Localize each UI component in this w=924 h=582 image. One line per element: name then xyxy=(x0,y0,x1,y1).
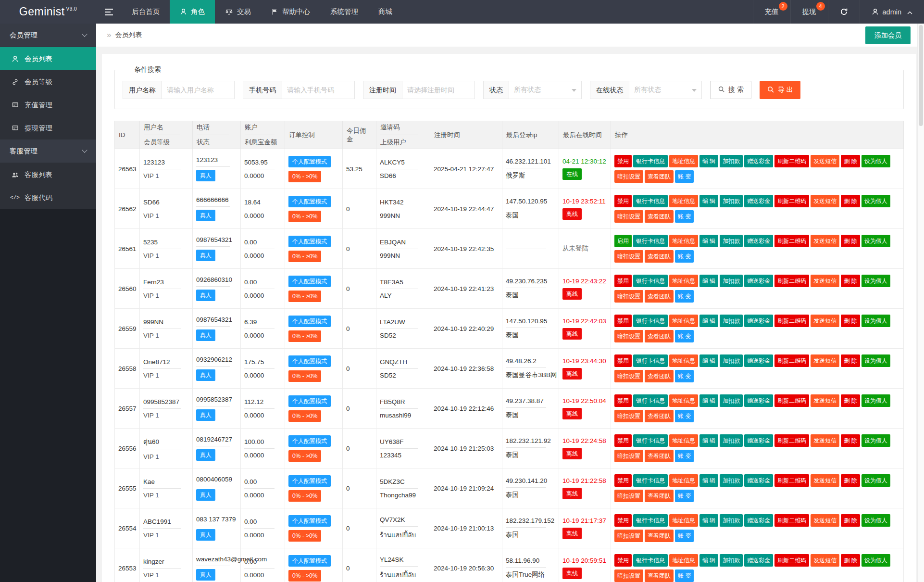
action-button-5[interactable]: 加扣款 xyxy=(720,354,743,367)
action-button-9[interactable]: 删 除 xyxy=(841,554,860,567)
action-button-8[interactable]: 发送短信 xyxy=(811,155,839,167)
action-button-4[interactable]: 编 辑 xyxy=(699,195,718,207)
action-button-10[interactable]: 设为假人 xyxy=(862,275,890,287)
action-button-9[interactable]: 删 除 xyxy=(841,195,860,207)
action-button-2-3[interactable]: 账 变 xyxy=(675,250,694,263)
nav-item-4[interactable]: 帮助中心 xyxy=(261,0,320,24)
action-button-7[interactable]: 刷新二维码 xyxy=(774,195,809,207)
action-button-6[interactable]: 赠送彩金 xyxy=(744,394,773,407)
action-button-9[interactable]: 删 除 xyxy=(841,514,860,527)
action-button-7[interactable]: 刷新二维码 xyxy=(774,235,809,247)
action-button-8[interactable]: 发送短信 xyxy=(811,195,839,207)
action-button-5[interactable]: 加扣款 xyxy=(720,155,743,167)
disable-button[interactable]: 禁用 xyxy=(614,474,632,487)
action-button-4[interactable]: 编 辑 xyxy=(699,155,718,167)
disable-button[interactable]: 禁用 xyxy=(614,434,632,447)
action-button-2[interactable]: 银行卡信息 xyxy=(633,235,668,247)
action-button-2-3[interactable]: 账 变 xyxy=(675,170,694,183)
sidebar-item-2-2[interactable]: </> 客服代码 xyxy=(0,186,96,209)
action-button-3[interactable]: 地址信息 xyxy=(669,354,698,367)
action-button-7[interactable]: 刷新二维码 xyxy=(774,315,809,327)
action-button-4[interactable]: 编 辑 xyxy=(699,554,718,567)
action-button-6[interactable]: 赠送彩金 xyxy=(744,235,773,247)
filter-select[interactable]: 所有状态 xyxy=(509,81,582,99)
action-button-2-1[interactable]: 暗扣设置 xyxy=(614,490,643,502)
action-button-3[interactable]: 地址信息 xyxy=(669,195,698,207)
action-button-2[interactable]: 银行卡信息 xyxy=(633,315,668,327)
action-button-3[interactable]: 地址信息 xyxy=(669,474,698,487)
action-button-4[interactable]: 编 辑 xyxy=(699,275,718,287)
action-button-7[interactable]: 刷新二维码 xyxy=(774,434,809,447)
action-button-7[interactable]: 刷新二维码 xyxy=(774,155,809,167)
action-button-3[interactable]: 地址信息 xyxy=(669,235,698,247)
action-button-3[interactable]: 地址信息 xyxy=(669,434,698,447)
action-button-10[interactable]: 设为假人 xyxy=(862,554,890,567)
search-button[interactable]: 搜 索 xyxy=(710,81,751,99)
action-button-8[interactable]: 发送短信 xyxy=(811,554,839,567)
action-button-4[interactable]: 编 辑 xyxy=(699,315,718,327)
refresh-button[interactable] xyxy=(828,0,860,24)
action-button-2-3[interactable]: 账 变 xyxy=(675,210,694,223)
action-button-6[interactable]: 赠送彩金 xyxy=(744,434,773,447)
action-button-10[interactable]: 设为假人 xyxy=(862,354,890,367)
admin-menu[interactable]: admin xyxy=(860,0,924,24)
action-button-7[interactable]: 刷新二维码 xyxy=(774,354,809,367)
action-button-2-3[interactable]: 账 变 xyxy=(675,370,694,382)
action-button-9[interactable]: 删 除 xyxy=(841,474,860,487)
action-button-6[interactable]: 赠送彩金 xyxy=(744,354,773,367)
action-button-10[interactable]: 设为假人 xyxy=(862,394,890,407)
action-button-8[interactable]: 发送短信 xyxy=(811,474,839,487)
sidebar-group-2[interactable]: 客服管理 xyxy=(0,139,96,163)
nav-item-5[interactable]: 系统管理 xyxy=(320,0,368,24)
disable-button[interactable]: 禁用 xyxy=(614,155,632,167)
action-button-2[interactable]: 银行卡信息 xyxy=(633,275,668,287)
withdraw-button[interactable]: 提现 4 xyxy=(790,0,828,24)
sidebar-item-1-3[interactable]: 充值管理 xyxy=(0,93,96,116)
action-button-2-3[interactable]: 账 变 xyxy=(675,410,694,422)
sidebar-item-2-1[interactable]: 客服列表 xyxy=(0,163,96,186)
action-button-6[interactable]: 赠送彩金 xyxy=(744,514,773,527)
nav-item-1[interactable]: 后台首页 xyxy=(122,0,170,24)
action-button-2-1[interactable]: 暗扣设置 xyxy=(614,370,643,382)
action-button-9[interactable]: 删 除 xyxy=(841,394,860,407)
disable-button[interactable]: 禁用 xyxy=(614,195,632,207)
sidebar-item-1-4[interactable]: 提现管理 xyxy=(0,116,96,139)
action-button-8[interactable]: 发送短信 xyxy=(811,514,839,527)
action-button-4[interactable]: 编 辑 xyxy=(699,394,718,407)
disable-button[interactable]: 禁用 xyxy=(614,315,632,327)
action-button-2[interactable]: 银行卡信息 xyxy=(633,434,668,447)
action-button-3[interactable]: 地址信息 xyxy=(669,315,698,327)
action-button-2-2[interactable]: 查看团队 xyxy=(645,170,674,183)
action-button-5[interactable]: 加扣款 xyxy=(720,275,743,287)
action-button-9[interactable]: 删 除 xyxy=(841,354,860,367)
action-button-6[interactable]: 赠送彩金 xyxy=(744,195,773,207)
action-button-6[interactable]: 赠送彩金 xyxy=(744,155,773,167)
filter-input[interactable] xyxy=(282,81,355,99)
action-button-2-2[interactable]: 查看团队 xyxy=(645,410,674,422)
action-button-2-1[interactable]: 暗扣设置 xyxy=(614,250,643,263)
action-button-9[interactable]: 删 除 xyxy=(841,315,860,327)
action-button-2-3[interactable]: 账 变 xyxy=(675,530,694,542)
action-button-6[interactable]: 赠送彩金 xyxy=(744,474,773,487)
action-button-6[interactable]: 赠送彩金 xyxy=(744,554,773,567)
filter-input[interactable] xyxy=(402,81,475,99)
action-button-2-1[interactable]: 暗扣设置 xyxy=(614,530,643,542)
add-member-button[interactable]: 添加会员 xyxy=(865,26,911,44)
action-button-4[interactable]: 编 辑 xyxy=(699,354,718,367)
action-button-2-3[interactable]: 账 变 xyxy=(675,330,694,342)
action-button-9[interactable]: 删 除 xyxy=(841,434,860,447)
action-button-2-1[interactable]: 暗扣设置 xyxy=(614,290,643,303)
action-button-2[interactable]: 银行卡信息 xyxy=(633,354,668,367)
action-button-10[interactable]: 设为假人 xyxy=(862,155,890,167)
action-button-3[interactable]: 地址信息 xyxy=(669,155,698,167)
recharge-button[interactable]: 充值 2 xyxy=(753,0,790,24)
action-button-10[interactable]: 设为假人 xyxy=(862,235,890,247)
action-button-2-2[interactable]: 查看团队 xyxy=(645,569,674,582)
sidebar-group-1[interactable]: 会员管理 xyxy=(0,24,96,47)
action-button-3[interactable]: 地址信息 xyxy=(669,275,698,287)
action-button-3[interactable]: 地址信息 xyxy=(669,554,698,567)
sidebar-item-1-1[interactable]: 会员列表 xyxy=(0,47,96,70)
action-button-2[interactable]: 银行卡信息 xyxy=(633,155,668,167)
action-button-2[interactable]: 银行卡信息 xyxy=(633,554,668,567)
disable-button[interactable]: 禁用 xyxy=(614,275,632,287)
